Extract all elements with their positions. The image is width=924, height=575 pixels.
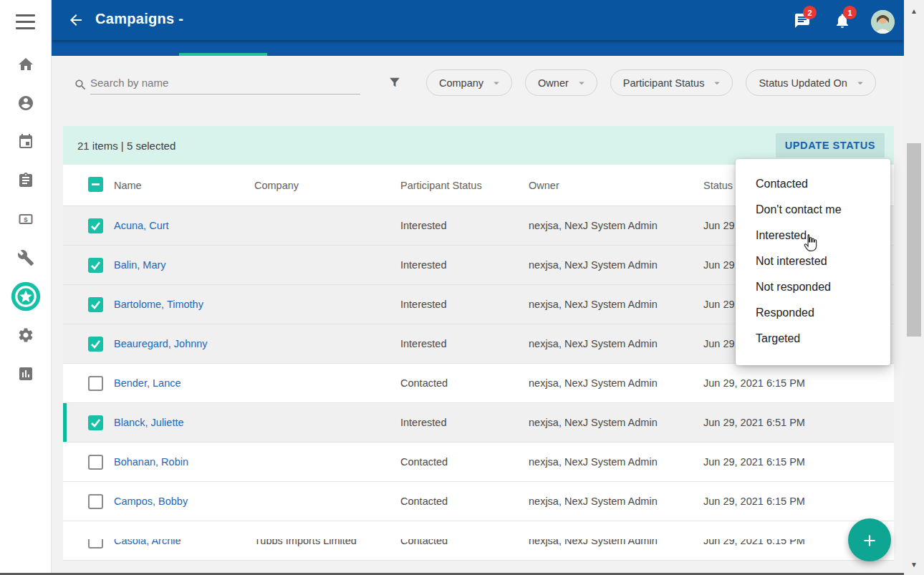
row-checkbox[interactable] xyxy=(88,258,103,273)
selection-summary: 21 items | 5 selected xyxy=(77,140,175,152)
update-status-menu: ContactedDon't contact meInterestedNot i… xyxy=(736,159,890,365)
vertical-scrollbar[interactable]: ▲ ▼ xyxy=(904,0,924,575)
status-updated-cell: Jun 29, 2021 6:15 PM xyxy=(703,443,805,482)
owner-cell: nexjsa, NexJ System Admin xyxy=(529,206,658,246)
chat-icon[interactable]: 2 xyxy=(794,12,811,29)
app-header: Campaigns - 2 1 xyxy=(52,0,904,40)
status-updated-cell: Jun 29, 2021 6:15 PM xyxy=(703,364,805,403)
participant-name-link: Blanck, Juliette xyxy=(114,403,184,443)
owner-cell: nexjsa, NexJ System Admin xyxy=(529,324,658,364)
row-checkbox[interactable] xyxy=(88,415,103,430)
status-updated-cell: Jun 29, xyxy=(703,206,738,246)
row-checkbox[interactable] xyxy=(88,376,103,391)
status-menu-item-not-interested[interactable]: Not interested xyxy=(736,248,890,274)
table-row[interactable]: Bender, LanceContactednexjsa, NexJ Syste… xyxy=(63,364,894,403)
add-participant-fab[interactable] xyxy=(848,518,891,561)
scroll-down-arrow-icon[interactable]: ▼ xyxy=(904,555,924,574)
status-updated-cell: Jun 29, xyxy=(703,246,738,285)
sidebar-item-tasks[interactable] xyxy=(17,172,34,189)
filter-chip-participant-status[interactable]: Participant Status xyxy=(610,69,733,96)
table-row[interactable]: Campos, BobbyContactednexjsa, NexJ Syste… xyxy=(63,482,894,521)
update-status-button[interactable]: UPDATE STATUS xyxy=(776,133,885,158)
tasks-icon xyxy=(17,172,34,189)
sidebar-item-contacts[interactable] xyxy=(17,95,34,112)
sidebar-item-settings[interactable] xyxy=(17,327,34,344)
participant-name-link: Bender, Lance xyxy=(114,364,181,403)
select-all-checkbox[interactable] xyxy=(88,177,103,192)
chat-badge: 2 xyxy=(803,6,817,19)
sidebar-item-campaigns-star[interactable] xyxy=(10,281,42,312)
user-avatar[interactable] xyxy=(871,10,895,34)
status-menu-item-contacted[interactable]: Contacted xyxy=(736,171,890,197)
column-header-company[interactable]: Company xyxy=(254,165,299,206)
participant-name[interactable]: Acuna, Curt xyxy=(114,220,169,231)
participant-name[interactable]: Bender, Lance xyxy=(114,377,181,389)
status-menu-item-interested[interactable]: Interested xyxy=(736,223,890,248)
participant-name-link: Campos, Bobby xyxy=(114,482,188,521)
participant-status-cell: Interested xyxy=(400,403,447,443)
main-content: CompanyOwnerParticipant StatusStatus Upd… xyxy=(52,56,904,575)
participant-status-cell: Contacted xyxy=(400,482,448,521)
participant-name-link: Acuna, Curt xyxy=(114,206,169,246)
chevron-down-icon xyxy=(575,77,588,90)
chip-label: Status Updated On xyxy=(759,77,847,89)
filter-chip-status-updated-on[interactable]: Status Updated On xyxy=(746,69,875,96)
participant-name-link: Bohanan, Robin xyxy=(114,443,188,482)
chip-label: Company xyxy=(439,77,483,89)
notifications-badge: 1 xyxy=(843,6,857,19)
participant-status-cell: Interested xyxy=(400,285,447,324)
search-input[interactable] xyxy=(90,72,360,95)
status-updated-cell: Jun 29, xyxy=(703,324,738,364)
sidebar-item-reports[interactable] xyxy=(17,365,34,382)
participant-status-cell: Interested xyxy=(400,206,447,246)
row-checkbox[interactable] xyxy=(88,455,103,470)
scroll-up-arrow-icon[interactable]: ▲ xyxy=(904,1,924,20)
settings-icon xyxy=(17,327,34,344)
notifications-bell-icon[interactable]: 1 xyxy=(834,12,851,29)
owner-cell: nexjsa, NexJ System Admin xyxy=(529,443,658,482)
participant-status-cell: Contacted xyxy=(400,443,448,482)
chevron-down-icon xyxy=(854,77,867,90)
participant-name[interactable]: Blanck, Juliette xyxy=(114,417,184,428)
sidebar-item-billing[interactable]: $ xyxy=(17,211,34,228)
participant-name[interactable]: Bartolome, Timothy xyxy=(114,299,203,310)
participant-status-cell: Contacted xyxy=(400,364,448,403)
sidebar-item-tools[interactable] xyxy=(17,249,34,266)
participant-name[interactable]: Campos, Bobby xyxy=(114,496,188,507)
partial-next-row xyxy=(63,526,894,539)
search-icon xyxy=(74,78,87,92)
chevron-down-icon xyxy=(711,77,723,90)
sidebar-item-home[interactable] xyxy=(17,56,34,73)
status-menu-item-responded[interactable]: Responded xyxy=(736,300,890,326)
column-header-participant-status[interactable]: Participant Status xyxy=(400,165,482,206)
status-menu-item-don-t-contact-me[interactable]: Don't contact me xyxy=(736,197,890,223)
row-checkbox[interactable] xyxy=(88,494,103,509)
row-checkbox[interactable] xyxy=(88,337,103,352)
row-checkbox[interactable] xyxy=(88,218,103,233)
sidebar-item-calendar[interactable] xyxy=(17,133,34,150)
participant-name[interactable]: Bohanan, Robin xyxy=(114,456,188,468)
tools-icon xyxy=(17,249,34,266)
scrollbar-thumb[interactable] xyxy=(907,143,921,337)
status-menu-item-not-responded[interactable]: Not responded xyxy=(736,274,890,300)
filter-chip-owner[interactable]: Owner xyxy=(525,69,597,96)
billing-icon: $ xyxy=(17,211,34,228)
back-arrow-icon[interactable] xyxy=(67,11,85,29)
hamburger-menu-icon[interactable] xyxy=(16,14,35,29)
chevron-down-icon xyxy=(490,77,503,90)
column-header-name[interactable]: Name xyxy=(114,165,142,206)
filter-funnel-icon[interactable] xyxy=(387,75,403,91)
status-menu-item-targeted[interactable]: Targeted xyxy=(736,326,890,352)
column-header-owner[interactable]: Owner xyxy=(529,165,559,206)
table-row[interactable]: Blanck, JulietteInterestednexjsa, NexJ S… xyxy=(63,403,894,443)
active-tab-indicator xyxy=(179,53,267,56)
status-updated-cell: Jun 29, 2021 6:15 PM xyxy=(703,482,805,521)
row-checkbox[interactable] xyxy=(88,297,103,312)
status-updated-cell: Jun 29, 2021 6:51 PM xyxy=(703,403,805,443)
participant-name[interactable]: Beauregard, Johnny xyxy=(114,338,208,349)
campaigns-star-icon xyxy=(10,281,42,312)
svg-text:$: $ xyxy=(24,216,28,223)
filter-chip-company[interactable]: Company xyxy=(426,69,512,96)
participant-name[interactable]: Balin, Mary xyxy=(114,259,166,271)
table-row[interactable]: Bohanan, RobinContactednexjsa, NexJ Syst… xyxy=(63,443,894,482)
